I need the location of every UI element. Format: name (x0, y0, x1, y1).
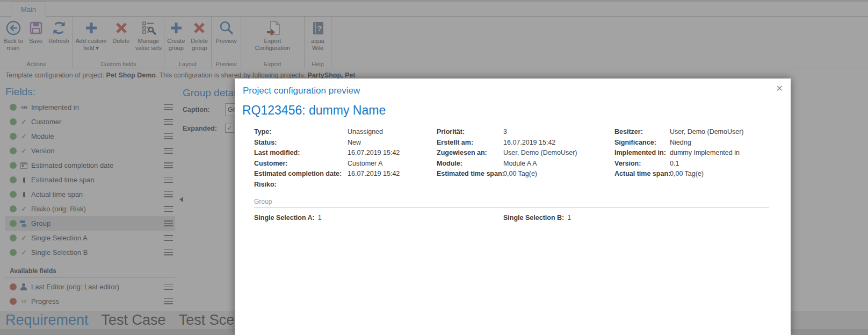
single-selection-b-field: Single Selection B:1 (503, 214, 571, 222)
requirement-title: RQ123456: dummy Name (242, 103, 386, 118)
dialog-title: Project configuration preview (243, 85, 360, 96)
single-selection-a-field: Single Selection A:1 (254, 214, 322, 222)
preview-field-column-2: Priorität:3 Erstellt am:16.07.2019 15:42… (437, 127, 577, 180)
divider (254, 207, 769, 208)
preview-field-column-1: Type:Unassigned Status:New Last modified… (254, 127, 400, 190)
group-section-heading: Group (254, 198, 272, 205)
preview-field-column-3: Besitzer:User, Demo (DemoUser) Significa… (614, 127, 744, 180)
project-configuration-preview-dialog: Project configuration preview ✕ RQ123456… (235, 79, 791, 335)
app-window: Main Back tomain Save (0, 0, 868, 335)
close-icon[interactable]: ✕ (776, 83, 783, 94)
